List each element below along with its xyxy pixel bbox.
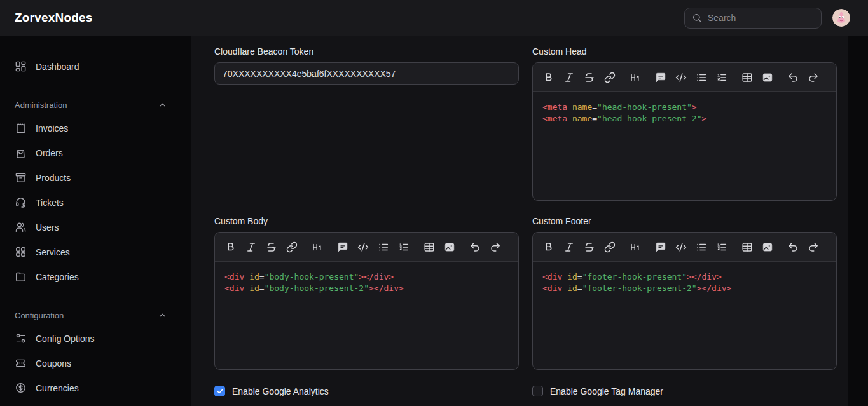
code-icon [675, 241, 687, 253]
table-button[interactable] [737, 238, 757, 257]
comment-button[interactable] [333, 238, 353, 257]
custom-body-code-area[interactable]: <div id="body-hook-present"></div><div i… [215, 262, 518, 369]
sidebar-item-dashboard[interactable]: Dashboard [0, 54, 191, 79]
bold-icon [225, 241, 237, 253]
chevron-up-icon [158, 311, 167, 320]
redo-icon [490, 241, 501, 253]
undo-icon [469, 241, 481, 253]
heading-1-button[interactable] [625, 68, 645, 87]
sidebar-item-coupons[interactable]: Coupons [0, 351, 191, 376]
custom-footer-code-area[interactable]: <div id="footer-hook-present"></div><div… [533, 262, 836, 369]
search-input[interactable] [708, 13, 814, 23]
sidebar-item-label: Orders [36, 148, 63, 158]
bullet-list-button[interactable] [691, 68, 712, 87]
link-button[interactable] [600, 238, 620, 257]
comment-button[interactable] [651, 238, 671, 257]
sidebar-item-services[interactable]: Services [0, 240, 191, 264]
bold-button[interactable] [539, 238, 559, 257]
products-icon [15, 172, 27, 184]
bold-button[interactable] [221, 238, 241, 257]
italic-icon [245, 241, 257, 253]
checkbox-box[interactable] [214, 386, 225, 396]
sidebar-item-label: Services [36, 247, 70, 257]
undo-button[interactable] [783, 238, 803, 257]
strikethrough-icon [584, 72, 595, 83]
image-button[interactable] [757, 238, 778, 257]
user-avatar[interactable] [832, 9, 850, 27]
link-button[interactable] [282, 238, 302, 257]
ordered-list-button[interactable] [394, 238, 414, 257]
sidebar-item-label: Invoices [36, 123, 68, 133]
code-line: <div id="footer-hook-present"></div> [542, 271, 827, 283]
bullet-list-button[interactable] [691, 238, 712, 257]
comment-icon [655, 241, 666, 253]
redo-button[interactable] [803, 68, 823, 87]
ordered-list-button[interactable] [712, 68, 732, 87]
undo-button[interactable] [783, 68, 803, 87]
cloudflare-beacon-token-input[interactable] [214, 62, 519, 85]
custom-body-label: Custom Body [214, 216, 519, 226]
link-icon [286, 241, 298, 253]
sidebar-item-users[interactable]: Users [0, 215, 191, 240]
undo-button[interactable] [465, 238, 485, 257]
app-logo: ZorvexNodes [15, 11, 93, 25]
cloudflare-beacon-token-label: Cloudflare Beacon Token [214, 46, 519, 57]
code-button[interactable] [353, 238, 373, 257]
italic-button[interactable] [241, 238, 261, 257]
sidebar-item-label: Categories [36, 272, 79, 282]
italic-button[interactable] [559, 238, 579, 257]
code-button[interactable] [671, 68, 691, 87]
redo-icon [808, 241, 819, 253]
heading-1-icon [630, 241, 641, 253]
ordered-list-icon [398, 241, 410, 253]
italic-icon [563, 241, 575, 253]
search-box[interactable] [684, 8, 822, 29]
code-button[interactable] [671, 238, 691, 257]
custom-body-field: Custom Body <div id="body-hook-present">… [214, 216, 519, 370]
sidebar-item-products[interactable]: Products [0, 165, 191, 190]
sidebar-item-config-options[interactable]: Config Options [0, 326, 191, 351]
heading-1-button[interactable] [625, 238, 645, 257]
table-button[interactable] [419, 238, 439, 257]
sidebar-section-configuration[interactable]: Configuration [0, 310, 191, 320]
redo-button[interactable] [803, 238, 823, 257]
table-icon [424, 241, 435, 253]
sidebar-item-label: Currencies [36, 383, 79, 393]
custom-footer-toolbar [533, 233, 836, 262]
strikethrough-button[interactable] [579, 238, 600, 257]
sidebar-section-administration[interactable]: Administration [0, 100, 191, 110]
code-line: <meta name="head-hook-present"> [542, 102, 827, 113]
bold-icon [543, 72, 555, 83]
image-button[interactable] [757, 68, 778, 87]
sidebar-item-tickets[interactable]: Tickets [0, 190, 191, 215]
enable-google-analytics-checkbox[interactable]: Enable Google Analytics [214, 386, 519, 396]
sidebar-item-invoices[interactable]: Invoices [0, 116, 191, 140]
custom-footer-label: Custom Footer [532, 216, 837, 226]
enable-google-tag-manager-checkbox[interactable]: Enable Google Tag Manager [532, 386, 837, 396]
sidebar-item-label: Products [36, 173, 71, 183]
checkbox-box[interactable] [532, 386, 543, 396]
table-button[interactable] [737, 68, 757, 87]
link-button[interactable] [600, 68, 620, 87]
image-icon [762, 72, 773, 83]
custom-head-code-area[interactable]: <meta name="head-hook-present"><meta nam… [533, 92, 836, 200]
ordered-list-button[interactable] [712, 238, 732, 257]
bold-icon [543, 241, 555, 253]
redo-button[interactable] [485, 238, 506, 257]
ordered-list-icon [716, 241, 727, 253]
bullet-list-button[interactable] [373, 238, 394, 257]
custom-footer-editor: <div id="footer-hook-present"></div><div… [532, 232, 837, 370]
code-icon [675, 72, 687, 83]
strikethrough-button[interactable] [579, 68, 600, 87]
sidebar-item-label: Config Options [36, 334, 95, 344]
sidebar-item-currencies[interactable]: Currencies [0, 376, 191, 400]
comment-button[interactable] [651, 68, 671, 87]
sidebar-item-categories[interactable]: Categories [0, 264, 191, 289]
italic-button[interactable] [559, 68, 579, 87]
image-button[interactable] [439, 238, 460, 257]
bold-button[interactable] [539, 68, 559, 87]
sidebar-item-orders[interactable]: Orders [0, 140, 191, 165]
bullet-list-icon [696, 72, 707, 83]
heading-1-button[interactable] [307, 238, 327, 257]
strikethrough-button[interactable] [261, 238, 282, 257]
